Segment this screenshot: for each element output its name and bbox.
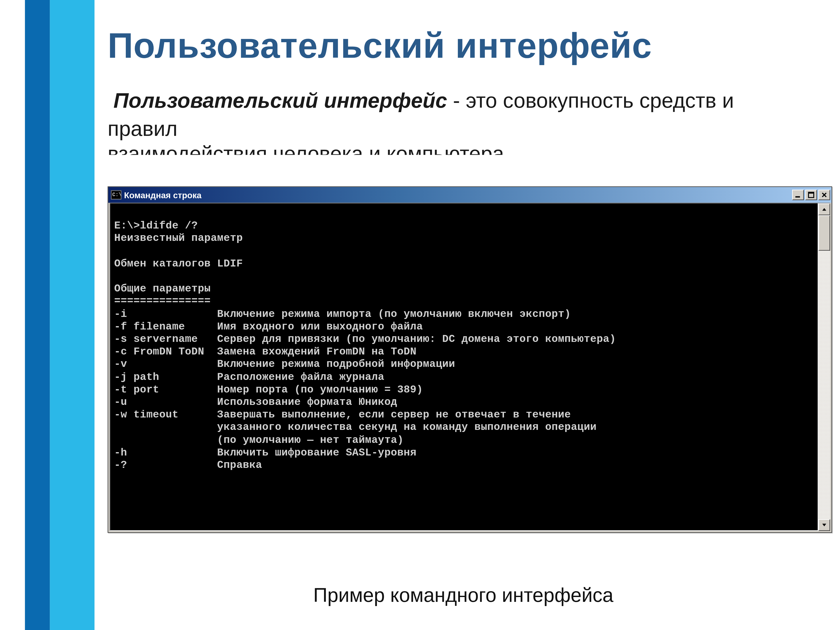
scroll-up-button[interactable] <box>818 204 830 215</box>
scroll-thumb[interactable] <box>818 215 830 251</box>
scroll-down-button[interactable] <box>818 519 830 531</box>
definition-term: Пользовательский интерфейс <box>114 88 447 112</box>
minimize-button[interactable] <box>792 189 804 200</box>
slide-title: Пользовательский интерфейс <box>108 0 819 82</box>
slide-caption: Пример командного интерфейса <box>108 584 819 606</box>
scroll-track <box>818 251 830 519</box>
svg-rect-0 <box>796 196 800 197</box>
cmd-titlebar: C:\ Командная строка <box>108 187 832 203</box>
window-controls <box>792 189 830 200</box>
cmd-output: E:\>ldifde /? Неизвестный параметр Обмен… <box>110 203 818 531</box>
close-button[interactable] <box>818 189 830 200</box>
cmd-client: E:\>ldifde /? Неизвестный параметр Обмен… <box>110 203 830 531</box>
maximize-button[interactable] <box>805 189 817 200</box>
cmd-scrollbar[interactable] <box>818 203 830 531</box>
cmd-window: C:\ Командная строка <box>108 186 832 533</box>
svg-rect-2 <box>808 193 814 194</box>
definition-cutoff: взаимодействия человека и компьютера <box>108 143 793 155</box>
slide-content: Пользовательский интерфейс Пользовательс… <box>108 0 819 630</box>
minimize-icon <box>795 192 801 198</box>
chevron-down-icon <box>822 523 827 528</box>
close-icon <box>821 192 827 198</box>
maximize-icon <box>808 192 815 198</box>
accent-bar-light <box>50 0 95 630</box>
chevron-up-icon <box>822 207 827 212</box>
cmd-title-icon: C:\ <box>111 190 122 199</box>
accent-bar-dark <box>25 0 50 630</box>
definition-text: Пользовательский интерфейс - это совокуп… <box>108 82 819 155</box>
cmd-title-text: Командная строка <box>124 190 792 200</box>
